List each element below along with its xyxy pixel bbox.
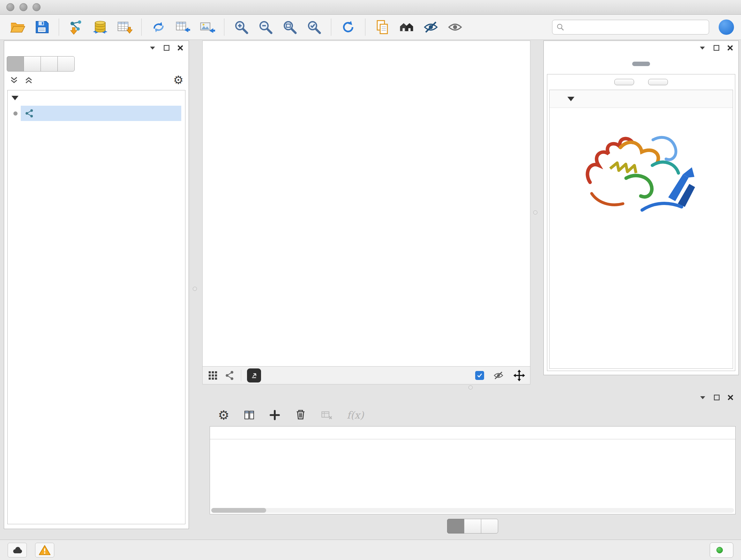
export-image-button[interactable] xyxy=(197,17,218,37)
toolbar-separator xyxy=(141,18,142,36)
copy-pages-icon xyxy=(374,19,390,35)
help-button[interactable] xyxy=(719,19,734,35)
zoom-out-icon xyxy=(258,19,273,35)
export-network-button[interactable] xyxy=(247,368,261,382)
network-graph[interactable] xyxy=(203,41,530,366)
scrollbar-thumb[interactable] xyxy=(211,508,266,513)
control-panel-tabs xyxy=(4,55,189,71)
network-canvas[interactable] xyxy=(202,41,530,367)
protein-details xyxy=(549,90,733,369)
refresh-button[interactable] xyxy=(338,17,359,37)
export-table-icon xyxy=(175,19,191,35)
expand-all-icon[interactable] xyxy=(24,75,33,85)
clear-table-icon[interactable] xyxy=(321,409,333,421)
fit-crosshair-icon[interactable] xyxy=(513,369,526,382)
minimize-window-icon[interactable] xyxy=(19,3,27,11)
tab-edge-table[interactable] xyxy=(464,519,481,534)
zoom-selected-icon xyxy=(306,19,322,35)
left-splitter-handle[interactable] xyxy=(193,287,197,291)
table-panel-header xyxy=(206,390,739,405)
table-options-gear-icon[interactable]: ⚙ xyxy=(218,409,229,422)
right-splitter-handle[interactable] xyxy=(533,210,537,214)
open-session-button[interactable] xyxy=(7,17,28,37)
hide-graphics-button[interactable] xyxy=(420,17,441,37)
tab-network[interactable] xyxy=(7,56,24,71)
zoom-fit-button[interactable] xyxy=(279,17,300,37)
export-table-button[interactable] xyxy=(172,17,193,37)
export-image-icon xyxy=(199,19,215,35)
add-column-icon[interactable] xyxy=(269,409,280,421)
import-table-icon xyxy=(117,19,132,35)
toolbar-separator xyxy=(224,18,224,36)
tab-style[interactable] xyxy=(23,56,41,71)
panel-close-icon[interactable] xyxy=(726,44,734,52)
collapse-all-button[interactable] xyxy=(648,79,668,85)
import-table-button[interactable] xyxy=(114,17,135,37)
search-input[interactable] xyxy=(568,22,705,32)
warning-icon xyxy=(38,544,51,557)
hidden-eye-slash-icon[interactable] xyxy=(493,370,504,381)
panel-close-icon[interactable] xyxy=(177,44,184,52)
zoom-out-button[interactable] xyxy=(255,17,276,37)
network-share-icon[interactable] xyxy=(224,370,235,381)
panel-float-icon[interactable] xyxy=(163,44,170,51)
selected-indicator-checkbox[interactable] xyxy=(475,371,484,380)
memory-button[interactable] xyxy=(710,543,733,558)
netbar-separator xyxy=(241,370,241,381)
update-network-button[interactable] xyxy=(148,17,169,37)
refresh-icon xyxy=(340,19,356,35)
tab-string[interactable] xyxy=(632,62,650,66)
tab-sets[interactable] xyxy=(57,56,75,71)
select-columns-icon[interactable] xyxy=(244,409,255,421)
zoom-in-button[interactable] xyxy=(231,17,252,37)
disclosure-triangle-icon[interactable] xyxy=(11,96,18,100)
network-view-toolbar xyxy=(202,367,530,384)
save-session-button[interactable] xyxy=(31,17,52,37)
current-network-bullet xyxy=(13,111,17,116)
search-icon xyxy=(556,23,564,31)
eye-slash-icon xyxy=(423,19,439,35)
delete-column-icon[interactable] xyxy=(294,409,307,421)
panel-close-icon[interactable] xyxy=(727,394,734,401)
collapse-all-icon[interactable] xyxy=(9,75,19,85)
tab-select[interactable] xyxy=(41,56,58,71)
selected-network-highlight[interactable] xyxy=(21,106,181,121)
control-panel: ⚙ xyxy=(4,41,189,529)
node-table xyxy=(210,426,736,514)
panel-float-icon[interactable] xyxy=(713,394,720,401)
tab-network-table[interactable] xyxy=(481,519,498,534)
network-row[interactable] xyxy=(8,106,185,121)
zoom-window-icon[interactable] xyxy=(32,3,41,11)
import-network-database-button[interactable] xyxy=(90,17,111,37)
section-disclosure-triangle-icon[interactable] xyxy=(567,97,575,101)
tab-node-table[interactable] xyxy=(447,519,464,534)
network-collection-row[interactable] xyxy=(8,90,185,106)
table-horizontal-scrollbar[interactable] xyxy=(211,508,734,513)
toolbar-search xyxy=(552,20,709,35)
network-options-gear-icon[interactable]: ⚙ xyxy=(173,74,184,86)
toolbar-separator xyxy=(331,18,331,36)
panel-menu-icon[interactable] xyxy=(148,44,157,52)
clone-network-button[interactable] xyxy=(372,17,393,37)
import-network-file-button[interactable] xyxy=(65,17,86,37)
warnings-button[interactable] xyxy=(35,543,54,557)
cloud-status-button[interactable] xyxy=(8,543,27,557)
horizontal-splitter-handle[interactable] xyxy=(468,385,473,389)
home-view-button[interactable] xyxy=(396,17,417,37)
birdseye-grid-icon[interactable] xyxy=(207,370,219,381)
close-window-icon[interactable] xyxy=(6,3,14,11)
panel-menu-icon[interactable] xyxy=(698,393,707,401)
panel-float-icon[interactable] xyxy=(713,44,720,51)
results-panel-header xyxy=(544,41,738,55)
protein-section-header[interactable] xyxy=(549,90,733,108)
zoom-selected-button[interactable] xyxy=(304,17,325,37)
crosslink-row xyxy=(549,246,733,250)
network-tree xyxy=(7,90,185,524)
show-graphics-button[interactable] xyxy=(445,17,466,37)
panel-menu-icon[interactable] xyxy=(698,44,706,52)
results-panel xyxy=(543,41,739,375)
function-builder-icon[interactable]: f(x) xyxy=(347,409,364,421)
expand-all-button[interactable] xyxy=(614,79,634,85)
control-panel-header xyxy=(4,41,189,55)
save-icon xyxy=(34,19,50,35)
